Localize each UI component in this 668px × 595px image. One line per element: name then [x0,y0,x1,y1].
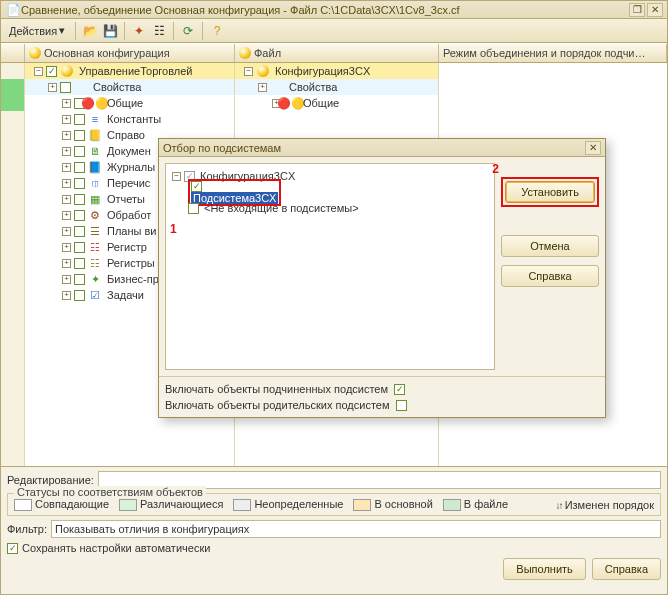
dialog-titlebar: Отбор по подсистемам ✕ [159,139,605,157]
row-checkbox[interactable] [74,226,85,237]
save-icon[interactable]: 💾 [102,23,118,39]
expand-icon[interactable]: + [48,83,57,92]
row-checkbox[interactable] [74,258,85,269]
status-match: Совпадающие [14,498,109,511]
node-icon: 📒 [88,128,102,142]
include-parent-label: Включать объекты родительских подсистем [165,399,390,411]
subsystem-tree[interactable]: − Конфигурация3CX Подсистема3CX <Не вход… [165,163,495,370]
dialog-close-button[interactable]: ✕ [585,141,601,155]
expand-icon[interactable]: + [62,195,71,204]
row-checkbox[interactable] [74,274,85,285]
node-icon [74,80,88,94]
refresh-icon[interactable]: ⟳ [180,23,196,39]
excluded-checkbox[interactable] [188,203,199,214]
actions-menu[interactable]: Действия ▾ [5,22,69,39]
row-label: Планы ви [105,225,156,237]
row-checkbox[interactable] [74,242,85,253]
gutter-header [1,44,25,62]
row-checkbox[interactable] [74,162,85,173]
expand-icon[interactable]: − [34,67,43,76]
include-parent-checkbox[interactable] [396,400,407,411]
expand-icon[interactable]: + [62,227,71,236]
tree-row[interactable]: +Свойства [25,79,234,95]
expand-icon[interactable]: + [62,131,71,140]
expand-icon[interactable]: + [62,163,71,172]
row-checkbox[interactable] [74,290,85,301]
expand-icon[interactable]: + [62,275,71,284]
row-label: Константы [105,113,161,125]
status-undef: Неопределенные [233,498,343,511]
row-checkbox[interactable] [60,82,71,93]
status-in-main: В основной [353,498,432,511]
row-checkbox[interactable] [74,194,85,205]
tree-icon[interactable]: ☷ [151,23,167,39]
tree-row[interactable]: −Конфигурация3CX [235,63,438,79]
dialog-title: Отбор по подсистемам [163,142,583,154]
open-icon[interactable]: 📂 [82,23,98,39]
filter-icon[interactable]: ✦ [131,23,147,39]
expand-icon[interactable]: + [62,243,71,252]
expand-icon[interactable]: − [244,67,253,76]
expand-icon[interactable]: + [62,259,71,268]
help-button[interactable]: Справка [592,558,661,580]
col-mode[interactable]: Режим объединения и порядок подчи… [439,44,667,62]
row-label: Регистры [105,257,155,269]
tree-row[interactable]: +🔴🟡Общие [235,95,438,111]
row-checkbox[interactable] [74,114,85,125]
expand-icon[interactable]: + [62,291,71,300]
row-label: Бизнес-пр [105,273,159,285]
row-label: Задачи [105,289,144,301]
window-title: Сравнение, объединение Основная конфигур… [21,4,627,16]
expand-icon[interactable]: + [62,147,71,156]
tree-row[interactable]: +≡Константы [25,111,234,127]
help-icon[interactable]: ? [209,23,225,39]
row-label: Обработ [105,209,151,221]
autosave-checkbox[interactable] [7,543,18,554]
status-group: Статусы по соответствиям объектов Совпад… [7,493,661,516]
row-label: Свойства [91,81,141,93]
expand-icon[interactable]: + [62,211,71,220]
chevron-down-icon: ▾ [59,24,65,37]
row-checkbox[interactable] [46,66,57,77]
row-label: Регистр [105,241,147,253]
child-checkbox[interactable] [191,181,202,192]
row-label: Конфигурация3CX [273,65,370,77]
expand-icon[interactable]: + [62,99,71,108]
autosave-row: Сохранять настройки автоматически [7,542,661,554]
col-file[interactable]: Файл [235,44,439,62]
toolbar: Действия ▾ 📂 💾 ✦ ☷ ⟳ ? [1,19,667,43]
tree-row[interactable]: +🔴🟡Общие [25,95,234,111]
row-checkbox[interactable] [74,210,85,221]
row-checkbox[interactable] [74,146,85,157]
col-main-config[interactable]: Основная конфигурация [25,44,235,62]
restore-button[interactable]: ❐ [629,3,645,17]
tree-excluded: <Не входящие в подсистемы> [202,202,359,214]
status-diff: Различающиеся [119,498,223,511]
diff-marker [1,95,24,111]
tree-row[interactable]: +Свойства [235,79,438,95]
node-icon: 🔴🟡 [88,96,102,110]
node-icon: ☷ [88,240,102,254]
node-icon: ☑ [88,288,102,302]
cancel-button[interactable]: Отмена [501,235,599,257]
autosave-label: Сохранять настройки автоматически [22,542,210,554]
node-icon: 🔴🟡 [284,96,298,110]
filter-label: Фильтр: [7,523,47,535]
node-icon: ⚙ [88,208,102,222]
filter-field[interactable]: Показывать отличия в конфигурациях [51,520,661,538]
run-button[interactable]: Выполнить [503,558,585,580]
set-button[interactable]: Установить [505,181,595,203]
row-checkbox[interactable] [74,130,85,141]
collapse-icon[interactable]: − [172,172,181,181]
dialog-help-button[interactable]: Справка [501,265,599,287]
expand-icon[interactable]: + [258,83,267,92]
include-child-checkbox[interactable] [394,384,405,395]
status-legend: Статусы по соответствиям объектов [14,486,206,498]
expand-icon[interactable]: + [62,115,71,124]
tree-row[interactable]: −УправлениеТорговлей [25,63,234,79]
expand-icon[interactable]: + [62,179,71,188]
row-label: Журналы [105,161,155,173]
row-checkbox[interactable] [74,178,85,189]
app-icon: 📄 [5,2,21,18]
close-button[interactable]: ✕ [647,3,663,17]
